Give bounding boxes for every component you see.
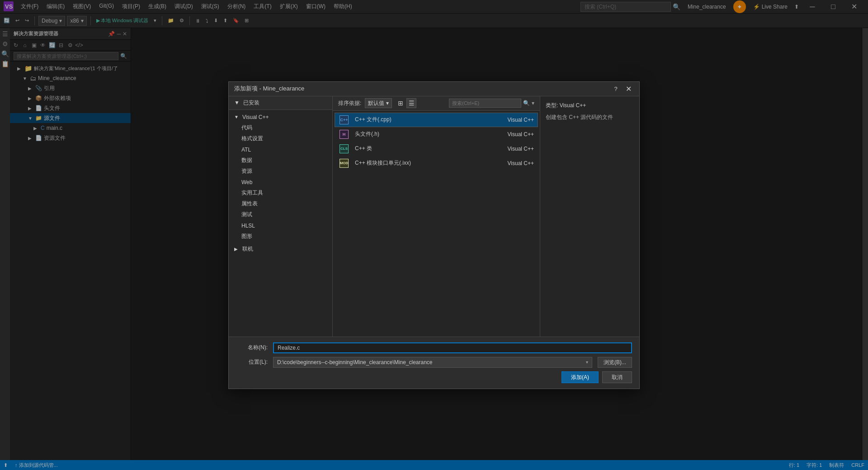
location-path-display: D:\code\beginners--c-beginning\Mine_clea… [273, 357, 592, 368]
dialog-title-bar: 添加新项 - Mine_clearance ? ✕ [229, 82, 639, 96]
cat-web-label: Web [241, 179, 252, 185]
dialog-close-button[interactable]: ✕ [623, 83, 634, 94]
cat-code[interactable]: 代码 [229, 123, 332, 133]
class-icon-text: CLS [340, 147, 348, 151]
cpp-icon-box: C++ [340, 115, 349, 124]
name-form-row: 名称(N): [236, 342, 632, 353]
grid-view-button[interactable]: ⊞ [396, 98, 406, 108]
cat-test-label: 测试 [241, 211, 252, 218]
dialog-help-button[interactable]: ? [610, 83, 621, 94]
cat-atl[interactable]: ATL [229, 144, 332, 155]
cat-utility-label: 实用工具 [241, 189, 263, 197]
info-type-label: 类型: Visual C++ [546, 102, 634, 109]
cpp-class-name: C++ 类 [355, 145, 483, 152]
location-path-text: D:\code\beginners--c-beginning\Mine_clea… [277, 359, 584, 366]
cat-resource[interactable]: 资源 [229, 166, 332, 177]
items-and-info: 排序依据: 默认值 ▾ ⊞ ☰ 🔍 ▾ [333, 96, 639, 337]
cpp-file-icon: C++ [339, 114, 349, 125]
info-description: 创建包含 C++ 源代码的文件 [546, 113, 634, 121]
name-label: 名称(N): [236, 344, 268, 351]
cat-graphics[interactable]: 图形 [229, 231, 332, 242]
h-file-icon: H [339, 129, 349, 140]
item-cpp-class[interactable]: CLS C++ 类 Visual C++ [335, 142, 538, 156]
name-input[interactable] [273, 342, 632, 353]
cat-expand-online: ▶ [234, 247, 240, 252]
cat-test[interactable]: 测试 [229, 209, 332, 220]
add-new-item-dialog: 添加新项 - Mine_clearance ? ✕ ▼ 已安装 ▼ Visual… [228, 81, 640, 389]
cat-utility[interactable]: 实用工具 [229, 188, 332, 199]
cat-data-label: 数据 [241, 157, 252, 164]
item-header-file[interactable]: H 头文件(.h) Visual C++ [335, 127, 538, 142]
cat-hlsl[interactable]: HLSL [229, 220, 332, 231]
cpp-class-category: Visual C++ [489, 146, 534, 152]
cat-code-label: 代码 [241, 124, 252, 132]
cat-data[interactable]: 数据 [229, 155, 332, 166]
module-icon-box: MOD [340, 159, 349, 168]
info-panel: 类型: Visual C++ 创建包含 C++ 源代码的文件 [540, 96, 639, 337]
location-dropdown-arrow: ▾ [586, 360, 588, 365]
dialog-body: ▼ 已安装 ▼ Visual C++ 代码 格式设置 [229, 96, 639, 337]
items-search: 🔍 ▾ [449, 99, 534, 108]
dialog-overlay: 添加新项 - Mine_clearance ? ✕ ▼ 已安装 ▼ Visual… [0, 0, 868, 470]
expand-installed-icon: ▼ [234, 100, 240, 106]
cat-property[interactable]: 属性表 [229, 199, 332, 209]
dialog-form-area: 名称(N): 位置(L): D:\code\beginners--c-begin… [229, 337, 639, 389]
installed-label: 已安装 [243, 99, 259, 107]
item-cpp-file[interactable]: C++ C++ 文件(.cpp) Visual C++ [335, 113, 538, 127]
module-icon-text: MOD [340, 161, 349, 165]
cat-expand-cpp: ▼ [234, 114, 240, 119]
items-search-options[interactable]: ▾ [532, 100, 534, 106]
cpp-icon-text: C++ [340, 118, 348, 122]
cat-online-label: 联机 [242, 245, 253, 253]
view-toggle: ⊞ ☰ [396, 98, 416, 108]
dialog-actions: 添加(A) 取消 [236, 371, 632, 383]
items-toolbar: 排序依据: 默认值 ▾ ⊞ ☰ 🔍 ▾ [333, 96, 540, 111]
cat-visual-cpp[interactable]: ▼ Visual C++ [229, 112, 332, 123]
sort-by-label: 排序依据: [338, 100, 361, 107]
cat-online[interactable]: ▶ 联机 [229, 244, 332, 255]
header-file-category: Visual C++ [489, 131, 534, 138]
cat-cpp-label: Visual C++ [242, 114, 269, 120]
cpp-module-name: C++ 模块接口单元(.ixx) [355, 159, 483, 167]
category-header: ▼ 已安装 [229, 96, 332, 110]
h-icon-box: H [340, 130, 349, 139]
items-search-icon: 🔍 [523, 100, 530, 106]
list-view-button[interactable]: ☰ [406, 98, 416, 108]
category-list: ▼ Visual C++ 代码 格式设置 ATL 数据 [229, 110, 332, 337]
cpp-module-category: Visual C++ [489, 160, 534, 166]
cancel-button[interactable]: 取消 [602, 371, 632, 383]
items-list: C++ C++ 文件(.cpp) Visual C++ H [333, 111, 540, 337]
cat-format-label: 格式设置 [241, 135, 263, 142]
sort-dropdown-arrow: ▾ [386, 100, 389, 106]
cat-resource-label: 资源 [241, 167, 252, 175]
class-icon-box: CLS [340, 144, 349, 153]
dialog-title: 添加新项 - Mine_clearance [234, 85, 610, 93]
sort-value: 默认值 [368, 100, 384, 107]
h-icon-text: H [343, 132, 346, 137]
cat-property-label: 属性表 [241, 200, 258, 208]
module-icon: MOD [339, 158, 349, 169]
location-form-row: 位置(L): D:\code\beginners--c-beginning\Mi… [236, 357, 632, 368]
items-panel: 排序依据: 默认值 ▾ ⊞ ☰ 🔍 ▾ [333, 96, 540, 337]
cpp-file-name: C++ 文件(.cpp) [355, 116, 483, 123]
location-label: 位置(L): [236, 358, 268, 366]
cat-atl-label: ATL [241, 147, 251, 153]
item-cpp-module[interactable]: MOD C++ 模块接口单元(.ixx) Visual C++ [335, 156, 538, 171]
cat-graphics-label: 图形 [241, 233, 252, 240]
cpp-file-category: Visual C++ [489, 117, 534, 123]
class-icon: CLS [339, 143, 349, 154]
header-file-name: 头文件(.h) [355, 130, 483, 138]
sort-dropdown[interactable]: 默认值 ▾ [365, 98, 392, 108]
items-search-input[interactable] [449, 99, 521, 108]
cat-format[interactable]: 格式设置 [229, 133, 332, 144]
cat-web[interactable]: Web [229, 177, 332, 188]
category-panel: ▼ 已安装 ▼ Visual C++ 代码 格式设置 [229, 96, 333, 337]
add-button[interactable]: 添加(A) [561, 371, 599, 383]
cat-hlsl-label: HLSL [241, 223, 255, 229]
browse-button[interactable]: 浏览(B)... [598, 357, 632, 368]
